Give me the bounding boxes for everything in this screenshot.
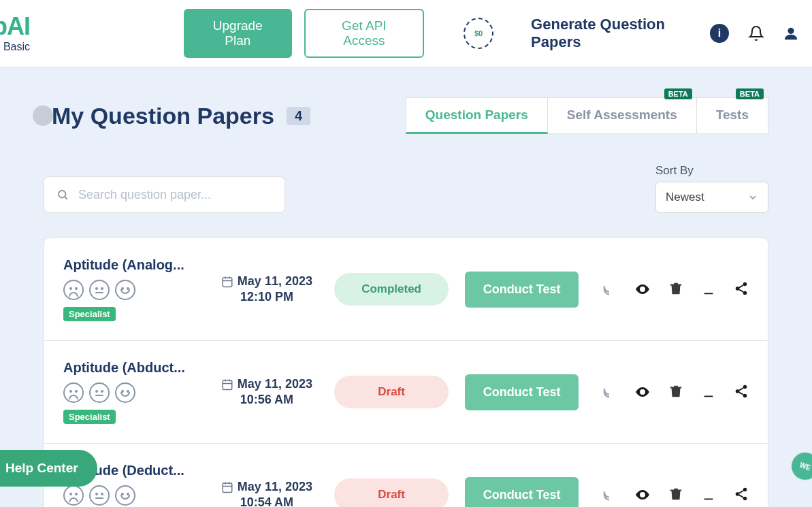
paper-date: May 11, 2023 [238,274,312,289]
difficulty-faces [63,280,199,300]
sad-face-icon[interactable] [63,280,84,300]
delete-icon[interactable] [668,384,683,399]
upgrade-plan-button[interactable]: Upgrade Plan [184,9,292,58]
date-column: May 11, 2023 10:56 AM [216,377,318,407]
svg-point-8 [736,287,740,291]
happy-face-icon[interactable] [115,382,135,403]
svg-line-10 [739,285,743,288]
neutral-face-icon[interactable] [89,280,110,300]
difficulty-faces [63,382,199,403]
tab-self-assessments[interactable]: Self Assessments BETA [548,97,697,134]
share-icon[interactable] [734,384,749,399]
paper-title[interactable]: Aptitude (Analog... [63,257,199,273]
share-icon[interactable] [734,281,749,296]
row-actions [602,281,749,297]
title-avatar-icon [33,105,53,126]
user-avatar-icon[interactable] [783,26,798,41]
help-center-button[interactable]: Help Center [0,450,97,487]
paper-count-badge: 4 [287,107,310,125]
svg-line-29 [739,495,743,497]
conduct-test-button[interactable]: Conduct Test [465,477,579,508]
svg-rect-12 [223,380,232,390]
view-icon[interactable] [634,384,651,400]
brand-name: epAI [0,12,30,41]
row-actions [602,384,749,400]
calendar-icon [221,481,233,493]
brand-tier: Basic [0,41,30,53]
tab-label: Question Papers [425,108,528,122]
chevron-down-icon [747,192,758,203]
paper-time: 10:56 AM [240,393,293,407]
paper-row: Aptitude (Analog... Specialist May 11, 2… [44,238,768,341]
happy-face-icon[interactable] [115,485,135,506]
conduct-test-button[interactable]: Conduct Test [465,374,579,410]
difficulty-faces [63,485,199,506]
neutral-face-icon[interactable] [89,485,110,506]
tab-question-papers[interactable]: Question Papers [406,97,548,134]
paper-row: Aptitude (Deduct... Specialist May 11, 2… [44,444,768,507]
paper-title[interactable]: Aptitude (Abduct... [63,360,199,376]
share-icon[interactable] [734,487,749,502]
svg-point-16 [743,385,747,389]
svg-point-9 [743,291,747,295]
topbar-right: i [710,24,798,43]
generate-question-papers-link[interactable]: Generate Question Papers [531,16,710,51]
svg-rect-3 [223,278,232,287]
svg-line-11 [739,289,743,292]
svg-point-26 [736,492,740,496]
specialist-tag: Specialist [63,410,116,424]
view-icon[interactable] [634,487,651,503]
sort-wrap: Sort By Newest [655,164,768,213]
tab-label: Tests [716,108,749,122]
paper-date: May 11, 2023 [238,480,312,494]
download-icon[interactable] [701,487,716,502]
svg-line-2 [65,197,67,199]
delete-icon[interactable] [668,487,683,502]
specialist-tag: Specialist [63,307,116,321]
brand: epAI Basic [0,12,30,53]
status-badge: Draft [334,478,449,507]
download-icon[interactable] [701,281,716,296]
info-icon[interactable]: i [710,24,729,43]
happy-face-icon[interactable] [115,280,135,300]
search-sort-row: Sort By Newest [30,164,768,213]
beta-badge: BETA [736,88,764,99]
status-badge: Completed [334,273,449,306]
search-box[interactable] [44,176,285,213]
date-column: May 11, 2023 12:10 PM [216,274,318,304]
sort-value: Newest [666,191,704,204]
svg-point-1 [59,191,65,197]
notifications-icon[interactable] [748,25,764,42]
svg-point-18 [743,394,747,398]
delete-icon[interactable] [668,281,683,296]
paper-time: 10:54 AM [240,495,293,507]
paper-date: May 11, 2023 [238,377,312,391]
sad-face-icon[interactable] [63,382,84,403]
download-icon[interactable] [701,384,716,399]
view-icon[interactable] [634,281,651,297]
get-api-access-button[interactable]: Get API Access [304,9,425,58]
search-input[interactable] [78,188,272,202]
svg-rect-21 [223,483,232,493]
content: My Question Papers 4 Question Papers Sel… [0,67,812,507]
conduct-test-button[interactable]: Conduct Test [465,272,579,308]
paper-list: Aptitude (Analog... Specialist May 11, 2… [44,238,768,507]
neutral-face-icon[interactable] [89,382,110,403]
beta-badge: BETA [664,88,692,99]
sad-face-icon[interactable] [63,485,84,506]
copy-icon[interactable] [602,487,617,502]
tab-label: Self Assessments [567,108,677,122]
tabs: Question Papers Self Assessments BETA Te… [406,97,768,134]
copy-icon[interactable] [602,384,617,399]
paper-info: Aptitude (Abduct... Specialist [63,360,199,424]
date-column: May 11, 2023 10:54 AM [216,480,318,507]
credit-badge[interactable]: $0 [464,18,493,49]
sort-select[interactable]: Newest [655,182,768,213]
svg-point-7 [743,282,747,287]
tab-tests[interactable]: Tests BETA [697,97,768,134]
copy-icon[interactable] [602,281,617,296]
svg-point-0 [787,28,794,34]
search-icon [56,188,69,201]
svg-point-27 [743,497,747,501]
paper-time: 12:10 PM [240,290,293,304]
